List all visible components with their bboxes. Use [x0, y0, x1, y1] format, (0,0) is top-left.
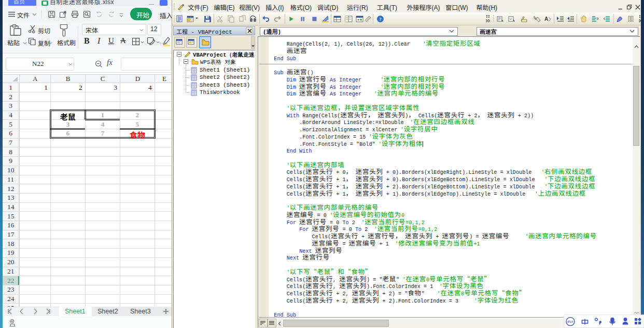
- svg-text:?: ?: [379, 17, 382, 22]
- svg-text:iFLY: iFLY: [567, 320, 573, 323]
- svg-text:A: A: [544, 16, 548, 22]
